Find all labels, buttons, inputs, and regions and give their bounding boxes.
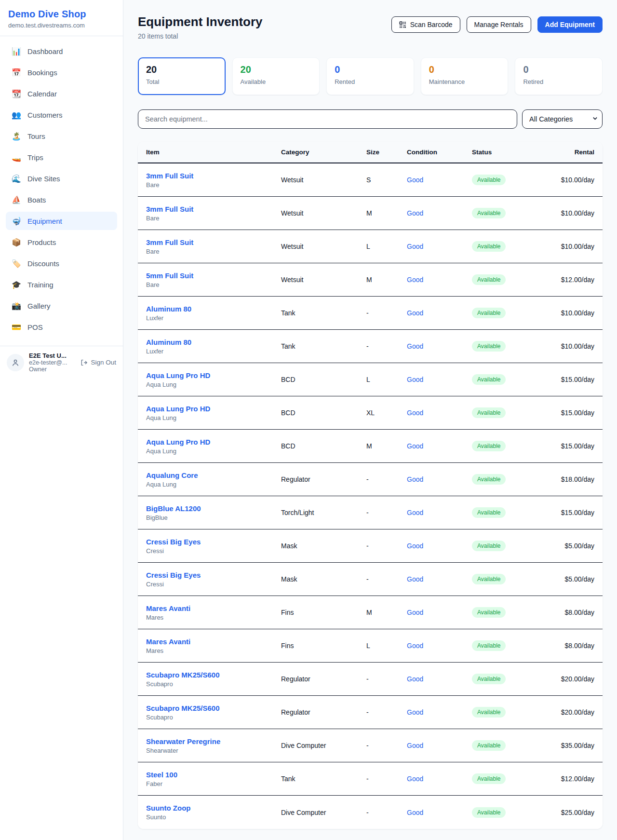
item-name-link[interactable]: 3mm Full Suit xyxy=(146,238,281,246)
item-name-link[interactable]: Shearwater Peregrine xyxy=(146,737,281,745)
add-equipment-button[interactable]: Add Equipment xyxy=(537,16,603,33)
stat-label: Total xyxy=(146,78,217,85)
item-condition-link[interactable]: Good xyxy=(407,475,472,483)
sidebar-item-gallery[interactable]: 📸 Gallery xyxy=(6,297,117,315)
category-select[interactable]: All Categories xyxy=(522,109,603,129)
item-condition-link[interactable]: Good xyxy=(407,575,472,583)
table-row: Mares Avanti Mares Fins M Good Available… xyxy=(138,596,603,629)
item-size: - xyxy=(366,575,407,583)
item-brand: Aqua Lung xyxy=(146,414,281,421)
stat-card-total[interactable]: 20 Total xyxy=(138,57,226,95)
item-brand: Scubapro xyxy=(146,680,281,688)
item-name-link[interactable]: Aqua Lung Pro HD xyxy=(146,438,281,446)
status-badge: Available xyxy=(472,607,506,618)
item-rental: $8.00/day xyxy=(554,642,594,650)
scan-barcode-button[interactable]: Scan Barcode xyxy=(391,16,460,33)
item-brand: Mares xyxy=(146,647,281,654)
stat-card-rented[interactable]: 0 Rented xyxy=(326,57,414,95)
stat-label: Available xyxy=(241,78,312,85)
item-name-link[interactable]: 3mm Full Suit xyxy=(146,172,281,180)
item-size: - xyxy=(366,475,407,483)
sidebar-item-label: Boats xyxy=(27,196,46,204)
sidebar-item-dive-sites[interactable]: 🌊 Dive Sites xyxy=(6,169,117,188)
item-name-link[interactable]: Aqualung Core xyxy=(146,471,281,479)
item-condition-link[interactable]: Good xyxy=(407,243,472,250)
item-condition-link[interactable]: Good xyxy=(407,509,472,516)
item-condition-link[interactable]: Good xyxy=(407,209,472,217)
table-row: Suunto Zoop Suunto Dive Computer - Good … xyxy=(138,796,603,829)
status-badge: Available xyxy=(472,407,506,418)
sidebar-item-customers[interactable]: 👥 Customers xyxy=(6,106,117,124)
item-name-link[interactable]: Aluminum 80 xyxy=(146,338,281,346)
sidebar-item-calendar[interactable]: 📆 Calendar xyxy=(6,84,117,103)
item-brand: Bare xyxy=(146,281,281,288)
wave-icon: 🌊 xyxy=(12,174,21,183)
item-condition-link[interactable]: Good xyxy=(407,276,472,284)
item-name-link[interactable]: 5mm Full Suit xyxy=(146,271,281,280)
sidebar-item-trips[interactable]: 🚤 Trips xyxy=(6,148,117,166)
item-name-link[interactable]: Steel 100 xyxy=(146,771,281,779)
sidebar-item-pos[interactable]: 💳 POS xyxy=(6,318,117,336)
item-condition-link[interactable]: Good xyxy=(407,309,472,317)
item-condition-link[interactable]: Good xyxy=(407,609,472,616)
item-condition-link[interactable]: Good xyxy=(407,376,472,383)
status-badge: Available xyxy=(472,640,506,651)
main-content: Equipment Inventory 20 items total Scan … xyxy=(123,0,617,840)
column-header-status: Status xyxy=(472,149,554,156)
item-condition-link[interactable]: Good xyxy=(407,775,472,783)
item-condition-link[interactable]: Good xyxy=(407,675,472,683)
sidebar-item-discounts[interactable]: 🏷️ Discounts xyxy=(6,254,117,272)
sidebar-item-label: Discounts xyxy=(27,259,59,268)
item-category: Tank xyxy=(281,775,366,783)
stats-row: 20 Total 20 Available 0 Rented 0 Mainten… xyxy=(138,57,603,95)
sign-out-button[interactable]: Sign Out xyxy=(80,359,116,366)
item-name-link[interactable]: Mares Avanti xyxy=(146,637,281,646)
sidebar-item-label: Products xyxy=(27,238,56,246)
item-name-link[interactable]: Aluminum 80 xyxy=(146,305,281,313)
item-name-link[interactable]: Cressi Big Eyes xyxy=(146,571,281,579)
stat-card-retired[interactable]: 0 Retired xyxy=(515,57,603,95)
manage-rentals-button[interactable]: Manage Rentals xyxy=(467,16,531,33)
status-badge: Available xyxy=(472,374,506,385)
sidebar-item-boats[interactable]: ⛵ Boats xyxy=(6,190,117,209)
sidebar-item-label: Bookings xyxy=(27,68,57,77)
table-row: 3mm Full Suit Bare Wetsuit S Good Availa… xyxy=(138,163,603,197)
item-size: S xyxy=(366,176,407,184)
sidebar-item-label: Calendar xyxy=(27,90,57,98)
sidebar-item-bookings[interactable]: 📅 Bookings xyxy=(6,63,117,81)
status-badge: Available xyxy=(472,707,506,718)
sidebar-item-training[interactable]: 🎓 Training xyxy=(6,275,117,294)
stat-card-maintenance[interactable]: 0 Maintenance xyxy=(421,57,509,95)
table-row: 5mm Full Suit Bare Wetsuit M Good Availa… xyxy=(138,263,603,297)
item-rental: $15.00/day xyxy=(554,442,594,450)
sidebar-item-products[interactable]: 📦 Products xyxy=(6,233,117,251)
item-rental: $15.00/day xyxy=(554,409,594,417)
item-name-link[interactable]: 3mm Full Suit xyxy=(146,205,281,213)
search-input[interactable] xyxy=(138,109,517,129)
item-name-link[interactable]: Suunto Zoop xyxy=(146,804,281,812)
item-brand: Bare xyxy=(146,215,281,222)
item-name-link[interactable]: Aqua Lung Pro HD xyxy=(146,405,281,413)
status-badge: Available xyxy=(472,274,506,285)
item-name-link[interactable]: Scubapro MK25/S600 xyxy=(146,704,281,712)
item-rental: $5.00/day xyxy=(554,542,594,550)
user-role: Owner xyxy=(29,366,75,373)
item-name-link[interactable]: BigBlue AL1200 xyxy=(146,504,281,513)
item-name-link[interactable]: Scubapro MK25/S600 xyxy=(146,671,281,679)
item-condition-link[interactable]: Good xyxy=(407,708,472,716)
item-condition-link[interactable]: Good xyxy=(407,542,472,550)
item-name-link[interactable]: Aqua Lung Pro HD xyxy=(146,371,281,379)
stat-card-available[interactable]: 20 Available xyxy=(232,57,320,95)
sidebar-item-tours[interactable]: 🏝️ Tours xyxy=(6,127,117,145)
sidebar-item-equipment[interactable]: 🤿 Equipment xyxy=(6,212,117,230)
item-name-link[interactable]: Cressi Big Eyes xyxy=(146,538,281,546)
item-condition-link[interactable]: Good xyxy=(407,642,472,650)
item-condition-link[interactable]: Good xyxy=(407,809,472,816)
item-name-link[interactable]: Mares Avanti xyxy=(146,604,281,612)
item-condition-link[interactable]: Good xyxy=(407,409,472,417)
item-condition-link[interactable]: Good xyxy=(407,176,472,184)
sidebar-item-dashboard[interactable]: 📊 Dashboard xyxy=(6,42,117,60)
item-condition-link[interactable]: Good xyxy=(407,742,472,749)
item-condition-link[interactable]: Good xyxy=(407,442,472,450)
item-condition-link[interactable]: Good xyxy=(407,342,472,350)
